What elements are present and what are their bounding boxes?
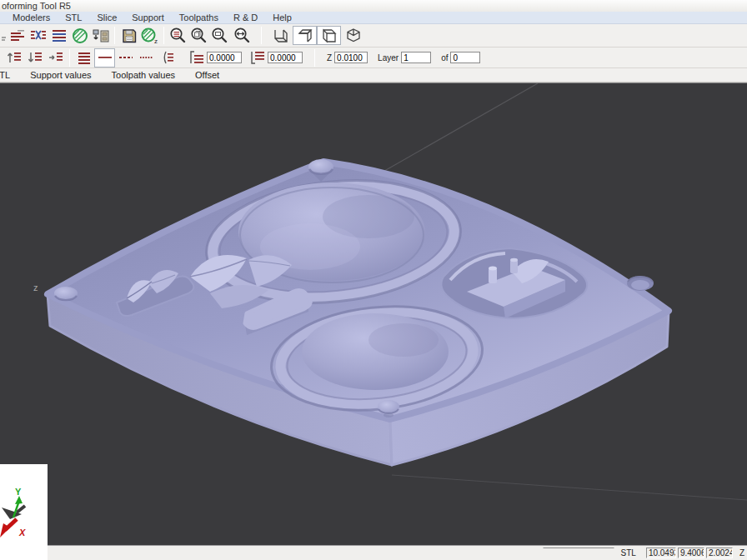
upper-limit-field[interactable] <box>207 52 242 63</box>
menu-help[interactable]: Help <box>265 12 299 22</box>
status-z-value: 2.0024 <box>706 548 733 558</box>
partial-icon <box>0 26 7 45</box>
lines-stack-icon <box>76 49 93 66</box>
menu-bar: Modelers STL Slice Support Toolpaths R &… <box>0 12 747 24</box>
menu-toolpaths[interactable]: Toolpaths <box>172 12 226 22</box>
line-dotted-icon <box>138 49 155 66</box>
toolbar-slice: Z Layer of <box>0 48 747 68</box>
triad-y-label: Y <box>15 487 22 497</box>
of-label: of <box>441 53 448 62</box>
menu-support[interactable]: Support <box>124 12 172 22</box>
view-iso-icon <box>343 27 363 45</box>
stack-lines-icon <box>51 28 68 44</box>
axis-z-label: z <box>33 282 38 292</box>
line-dashed-button[interactable] <box>115 48 136 68</box>
view-left-icon <box>319 27 339 45</box>
status-z-suffix: Z <box>739 548 744 558</box>
lower-limit-icon <box>248 49 267 66</box>
slice-lines-icon <box>9 28 26 44</box>
upper-limit-icon <box>188 49 206 66</box>
shift-down-icon <box>27 49 43 66</box>
lower-limit-button[interactable] <box>247 48 268 68</box>
line-dotted-button[interactable] <box>136 48 157 68</box>
menu-slice[interactable]: Slice <box>89 12 124 22</box>
toolbar-main: z <box>0 24 747 48</box>
zoom-lines-icon <box>169 27 187 44</box>
bracket-lines-button[interactable] <box>157 48 178 68</box>
zoom-extents-icon <box>232 27 253 44</box>
shift-up-icon <box>6 49 23 66</box>
zoom-cube-icon <box>190 27 208 44</box>
tab-support-values[interactable]: Support values <box>20 70 101 80</box>
upper-limit-button[interactable] <box>186 48 207 68</box>
separator <box>69 49 70 67</box>
zoom-lines-button[interactable] <box>168 26 188 45</box>
align-collapse-button[interactable] <box>28 26 48 45</box>
triad-x-label: X <box>18 528 26 538</box>
zoom-window-button[interactable] <box>209 26 230 45</box>
tab-offset[interactable]: Offset <box>185 70 229 80</box>
line-dashed-icon <box>118 49 134 66</box>
shift-up-button[interactable] <box>3 48 24 68</box>
grid-line <box>392 475 747 500</box>
layer-field[interactable] <box>401 52 431 63</box>
axis-triad-icon: Y X <box>0 464 48 560</box>
zoom-cube-button[interactable] <box>188 26 209 45</box>
of-field[interactable] <box>450 52 480 63</box>
view-top-button[interactable] <box>293 26 317 45</box>
slice-lines-button[interactable] <box>7 26 28 45</box>
menu-rd[interactable]: R & D <box>226 12 265 22</box>
view-left-button[interactable] <box>317 26 341 45</box>
shift-right-icon <box>48 49 64 66</box>
shift-down-button[interactable] <box>24 48 45 68</box>
lower-limit-field[interactable] <box>268 52 303 63</box>
zoom-extents-button[interactable] <box>230 26 254 45</box>
hatch-circle-icon <box>72 28 88 44</box>
hatch-circle-z-button[interactable]: z <box>139 26 160 45</box>
export-device-icon <box>92 28 110 44</box>
lines-stack-button[interactable] <box>73 48 94 68</box>
status-x-value: 10.0493 <box>646 548 676 558</box>
z-field[interactable] <box>334 52 368 63</box>
view-top-icon <box>295 27 315 45</box>
view-bottom-button[interactable] <box>268 26 293 45</box>
status-mode: STL <box>621 548 636 558</box>
model-render <box>0 83 747 545</box>
stack-lines-button[interactable] <box>48 26 69 45</box>
tab-stl[interactable]: STL <box>0 70 20 80</box>
z-label: Z <box>327 53 332 62</box>
shift-right-button[interactable] <box>45 48 66 68</box>
line-solid-icon <box>97 49 113 66</box>
status-message-field <box>543 548 614 558</box>
viewport-3d[interactable]: z <box>0 82 747 545</box>
separator <box>261 27 262 44</box>
view-iso-button[interactable] <box>341 26 365 45</box>
save-icon <box>121 28 138 44</box>
view-bottom-icon <box>271 27 291 45</box>
hatch-circle-z-icon: z <box>141 28 159 44</box>
zoom-window-icon <box>211 27 228 44</box>
menu-stl[interactable]: STL <box>58 12 89 22</box>
status-y-value: 9.4006 <box>678 548 704 558</box>
value-tabs: STL Support values Toolpath values Offse… <box>0 68 747 82</box>
tab-toolpath-values[interactable]: Toolpath values <box>102 70 185 80</box>
grid-line <box>368 83 538 180</box>
layer-label: Layer <box>378 53 399 62</box>
separator <box>163 27 164 44</box>
line-solid-button[interactable] <box>94 48 115 68</box>
menu-modelers[interactable]: Modelers <box>5 12 58 22</box>
hatch-circle-button[interactable] <box>69 26 90 45</box>
bracket-lines-icon <box>159 49 176 66</box>
separator <box>314 49 315 67</box>
status-bar: STL 10.0493 9.4006 2.0024 Z <box>0 545 747 560</box>
separator <box>114 27 115 44</box>
svg-text:z: z <box>154 38 158 44</box>
axis-triad: Y X <box>0 464 48 560</box>
align-collapse-icon <box>30 28 47 44</box>
export-device-button[interactable] <box>90 26 111 45</box>
window-title: oforming Tool R5 <box>0 0 747 12</box>
save-button[interactable] <box>118 26 139 45</box>
